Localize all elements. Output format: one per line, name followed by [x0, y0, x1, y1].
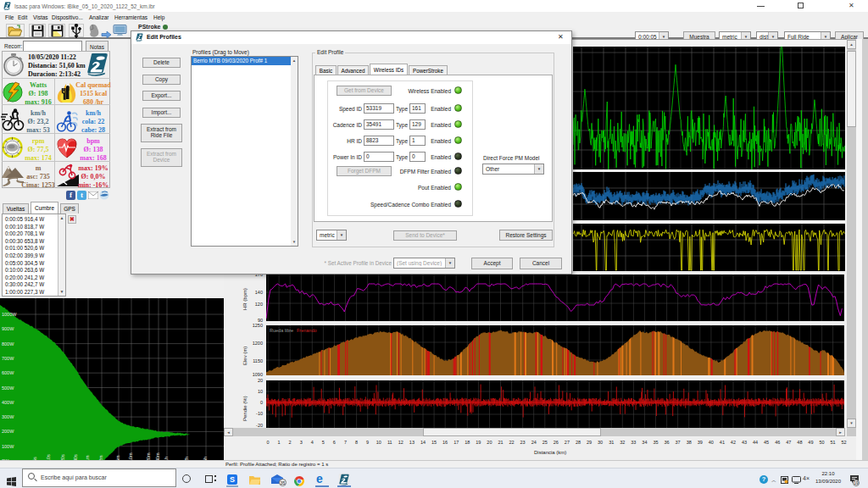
svg-text:Frenando: Frenando [297, 328, 317, 333]
svg-text:800W: 800W [2, 341, 14, 347]
svg-text:700W: 700W [2, 356, 14, 361]
svg-text:900W: 900W [2, 326, 14, 331]
svg-text:400W: 400W [2, 400, 14, 405]
svg-text:1000W: 1000W [2, 312, 17, 317]
svg-text:Rueda libre: Rueda libre [270, 328, 293, 333]
svg-text:600W: 600W [2, 370, 14, 375]
svg-text:200W: 200W [2, 429, 14, 434]
svg-text:500W: 500W [2, 385, 14, 391]
svg-text:100W: 100W [2, 444, 14, 449]
svg-text:300W: 300W [2, 414, 14, 419]
